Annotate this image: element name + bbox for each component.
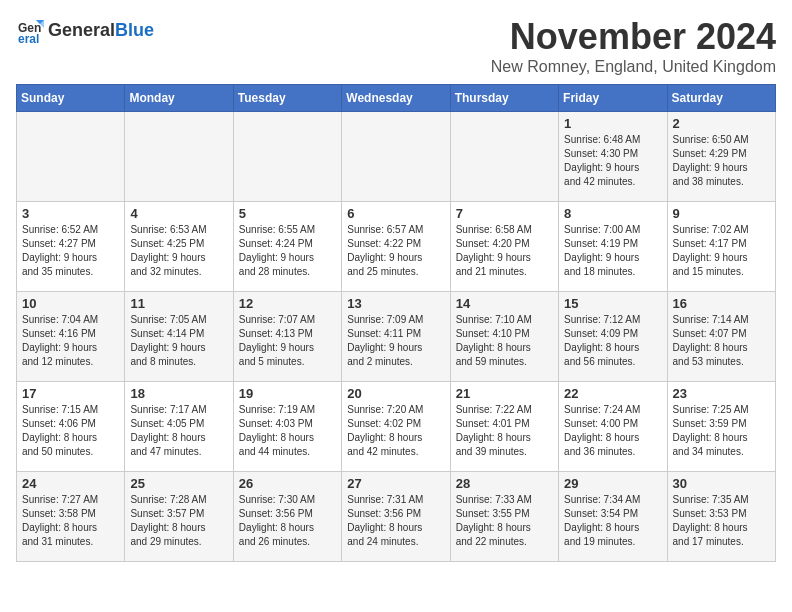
- day-number: 16: [673, 296, 770, 311]
- title-area: November 2024 New Romney, England, Unite…: [491, 16, 776, 76]
- header-monday: Monday: [125, 85, 233, 112]
- day-number: 4: [130, 206, 227, 221]
- week-row-3: 10Sunrise: 7:04 AM Sunset: 4:16 PM Dayli…: [17, 292, 776, 382]
- cell-w5-d1: 25Sunrise: 7:28 AM Sunset: 3:57 PM Dayli…: [125, 472, 233, 562]
- calendar-table: SundayMondayTuesdayWednesdayThursdayFrid…: [16, 84, 776, 562]
- header-thursday: Thursday: [450, 85, 558, 112]
- cell-w4-d1: 18Sunrise: 7:17 AM Sunset: 4:05 PM Dayli…: [125, 382, 233, 472]
- day-info: Sunrise: 6:55 AM Sunset: 4:24 PM Dayligh…: [239, 223, 336, 279]
- day-number: 8: [564, 206, 661, 221]
- day-info: Sunrise: 7:27 AM Sunset: 3:58 PM Dayligh…: [22, 493, 119, 549]
- cell-w1-d0: [17, 112, 125, 202]
- cell-w1-d2: [233, 112, 341, 202]
- cell-w4-d6: 23Sunrise: 7:25 AM Sunset: 3:59 PM Dayli…: [667, 382, 775, 472]
- day-info: Sunrise: 7:04 AM Sunset: 4:16 PM Dayligh…: [22, 313, 119, 369]
- day-number: 3: [22, 206, 119, 221]
- cell-w1-d6: 2Sunrise: 6:50 AM Sunset: 4:29 PM Daylig…: [667, 112, 775, 202]
- cell-w3-d2: 12Sunrise: 7:07 AM Sunset: 4:13 PM Dayli…: [233, 292, 341, 382]
- header-friday: Friday: [559, 85, 667, 112]
- cell-w2-d4: 7Sunrise: 6:58 AM Sunset: 4:20 PM Daylig…: [450, 202, 558, 292]
- cell-w5-d5: 29Sunrise: 7:34 AM Sunset: 3:54 PM Dayli…: [559, 472, 667, 562]
- logo-text: General Blue: [48, 20, 154, 41]
- day-info: Sunrise: 7:25 AM Sunset: 3:59 PM Dayligh…: [673, 403, 770, 459]
- cell-w5-d6: 30Sunrise: 7:35 AM Sunset: 3:53 PM Dayli…: [667, 472, 775, 562]
- svg-text:eral: eral: [18, 32, 39, 44]
- day-info: Sunrise: 7:02 AM Sunset: 4:17 PM Dayligh…: [673, 223, 770, 279]
- cell-w4-d4: 21Sunrise: 7:22 AM Sunset: 4:01 PM Dayli…: [450, 382, 558, 472]
- day-number: 20: [347, 386, 444, 401]
- cell-w2-d6: 9Sunrise: 7:02 AM Sunset: 4:17 PM Daylig…: [667, 202, 775, 292]
- day-info: Sunrise: 7:28 AM Sunset: 3:57 PM Dayligh…: [130, 493, 227, 549]
- day-number: 15: [564, 296, 661, 311]
- cell-w3-d6: 16Sunrise: 7:14 AM Sunset: 4:07 PM Dayli…: [667, 292, 775, 382]
- day-info: Sunrise: 7:17 AM Sunset: 4:05 PM Dayligh…: [130, 403, 227, 459]
- week-row-4: 17Sunrise: 7:15 AM Sunset: 4:06 PM Dayli…: [17, 382, 776, 472]
- cell-w2-d2: 5Sunrise: 6:55 AM Sunset: 4:24 PM Daylig…: [233, 202, 341, 292]
- logo: Gen eral General Blue: [16, 16, 154, 44]
- day-number: 1: [564, 116, 661, 131]
- day-number: 6: [347, 206, 444, 221]
- cell-w4-d3: 20Sunrise: 7:20 AM Sunset: 4:02 PM Dayli…: [342, 382, 450, 472]
- day-number: 27: [347, 476, 444, 491]
- day-number: 10: [22, 296, 119, 311]
- day-number: 13: [347, 296, 444, 311]
- day-info: Sunrise: 7:34 AM Sunset: 3:54 PM Dayligh…: [564, 493, 661, 549]
- day-info: Sunrise: 7:20 AM Sunset: 4:02 PM Dayligh…: [347, 403, 444, 459]
- day-info: Sunrise: 6:58 AM Sunset: 4:20 PM Dayligh…: [456, 223, 553, 279]
- cell-w2-d0: 3Sunrise: 6:52 AM Sunset: 4:27 PM Daylig…: [17, 202, 125, 292]
- day-number: 29: [564, 476, 661, 491]
- header-row: SundayMondayTuesdayWednesdayThursdayFrid…: [17, 85, 776, 112]
- cell-w3-d1: 11Sunrise: 7:05 AM Sunset: 4:14 PM Dayli…: [125, 292, 233, 382]
- day-info: Sunrise: 7:00 AM Sunset: 4:19 PM Dayligh…: [564, 223, 661, 279]
- day-info: Sunrise: 7:22 AM Sunset: 4:01 PM Dayligh…: [456, 403, 553, 459]
- calendar-header: SundayMondayTuesdayWednesdayThursdayFrid…: [17, 85, 776, 112]
- logo-general: General: [48, 20, 115, 41]
- day-number: 5: [239, 206, 336, 221]
- day-info: Sunrise: 7:10 AM Sunset: 4:10 PM Dayligh…: [456, 313, 553, 369]
- day-info: Sunrise: 7:15 AM Sunset: 4:06 PM Dayligh…: [22, 403, 119, 459]
- week-row-1: 1Sunrise: 6:48 AM Sunset: 4:30 PM Daylig…: [17, 112, 776, 202]
- day-info: Sunrise: 7:05 AM Sunset: 4:14 PM Dayligh…: [130, 313, 227, 369]
- day-info: Sunrise: 7:24 AM Sunset: 4:00 PM Dayligh…: [564, 403, 661, 459]
- day-number: 23: [673, 386, 770, 401]
- day-info: Sunrise: 7:12 AM Sunset: 4:09 PM Dayligh…: [564, 313, 661, 369]
- week-row-5: 24Sunrise: 7:27 AM Sunset: 3:58 PM Dayli…: [17, 472, 776, 562]
- day-info: Sunrise: 7:19 AM Sunset: 4:03 PM Dayligh…: [239, 403, 336, 459]
- day-info: Sunrise: 6:50 AM Sunset: 4:29 PM Dayligh…: [673, 133, 770, 189]
- cell-w1-d3: [342, 112, 450, 202]
- cell-w3-d3: 13Sunrise: 7:09 AM Sunset: 4:11 PM Dayli…: [342, 292, 450, 382]
- day-info: Sunrise: 7:14 AM Sunset: 4:07 PM Dayligh…: [673, 313, 770, 369]
- cell-w4-d5: 22Sunrise: 7:24 AM Sunset: 4:00 PM Dayli…: [559, 382, 667, 472]
- day-number: 12: [239, 296, 336, 311]
- cell-w2-d1: 4Sunrise: 6:53 AM Sunset: 4:25 PM Daylig…: [125, 202, 233, 292]
- header-wednesday: Wednesday: [342, 85, 450, 112]
- day-info: Sunrise: 7:07 AM Sunset: 4:13 PM Dayligh…: [239, 313, 336, 369]
- day-number: 11: [130, 296, 227, 311]
- day-number: 26: [239, 476, 336, 491]
- cell-w4-d0: 17Sunrise: 7:15 AM Sunset: 4:06 PM Dayli…: [17, 382, 125, 472]
- header-tuesday: Tuesday: [233, 85, 341, 112]
- day-info: Sunrise: 6:57 AM Sunset: 4:22 PM Dayligh…: [347, 223, 444, 279]
- day-info: Sunrise: 7:35 AM Sunset: 3:53 PM Dayligh…: [673, 493, 770, 549]
- day-number: 9: [673, 206, 770, 221]
- day-number: 17: [22, 386, 119, 401]
- day-number: 2: [673, 116, 770, 131]
- header: Gen eral General Blue November 2024 New …: [16, 16, 776, 76]
- cell-w3-d4: 14Sunrise: 7:10 AM Sunset: 4:10 PM Dayli…: [450, 292, 558, 382]
- day-number: 25: [130, 476, 227, 491]
- day-number: 7: [456, 206, 553, 221]
- day-number: 28: [456, 476, 553, 491]
- header-saturday: Saturday: [667, 85, 775, 112]
- logo-icon: Gen eral: [16, 16, 44, 44]
- calendar-title: November 2024: [491, 16, 776, 58]
- day-number: 18: [130, 386, 227, 401]
- cell-w5-d3: 27Sunrise: 7:31 AM Sunset: 3:56 PM Dayli…: [342, 472, 450, 562]
- day-number: 22: [564, 386, 661, 401]
- day-info: Sunrise: 6:52 AM Sunset: 4:27 PM Dayligh…: [22, 223, 119, 279]
- week-row-2: 3Sunrise: 6:52 AM Sunset: 4:27 PM Daylig…: [17, 202, 776, 292]
- day-info: Sunrise: 6:48 AM Sunset: 4:30 PM Dayligh…: [564, 133, 661, 189]
- cell-w1-d1: [125, 112, 233, 202]
- day-info: Sunrise: 6:53 AM Sunset: 4:25 PM Dayligh…: [130, 223, 227, 279]
- logo-blue: Blue: [115, 20, 154, 41]
- day-number: 14: [456, 296, 553, 311]
